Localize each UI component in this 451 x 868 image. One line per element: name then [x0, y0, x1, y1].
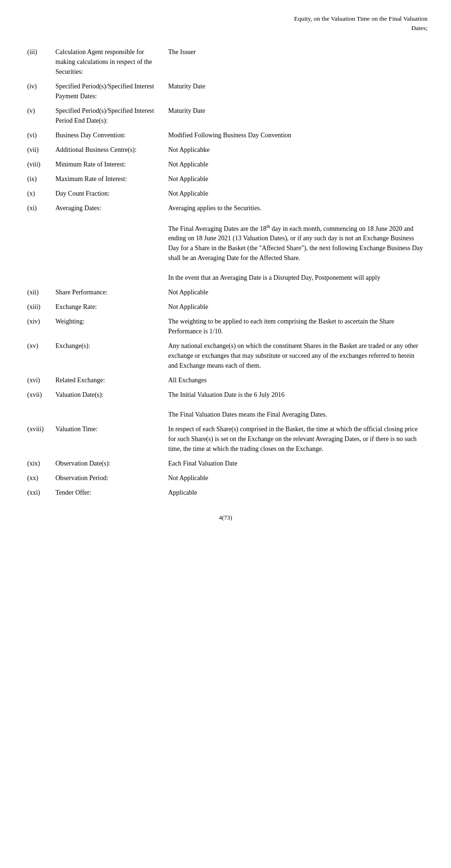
header-line1: Equity, on the Valuation Time on the Fin… [294, 15, 428, 22]
table-row: (xiii)Exchange Rate:Not Applicable [23, 300, 428, 314]
row-label: Specified Period(s)/Specified Interest P… [52, 103, 164, 128]
row-number: (v) [23, 103, 52, 128]
row-value: Not Applicable [164, 285, 428, 300]
header-line2: Dates; [412, 24, 428, 32]
row-number: (xviii) [23, 422, 52, 456]
table-row: (xii)Share Performance:Not Applicable [23, 285, 428, 300]
row-value: Not Applicable [164, 157, 428, 172]
row-label: Observation Period: [52, 471, 164, 485]
row-number: (xi) [23, 201, 52, 285]
footer-text: 4(73) [219, 514, 232, 521]
row-value: Applicable [164, 485, 428, 500]
row-label: Business Day Convention: [52, 128, 164, 142]
table-row: (xvi)Related Exchange:All Exchanges [23, 373, 428, 387]
row-value: Any national exchange(s) on which the co… [164, 339, 428, 373]
table-row: (x)Day Count Fraction:Not Applicable [23, 186, 428, 201]
table-row: (ix)Maximum Rate of Interest:Not Applica… [23, 172, 428, 186]
table-row: (v)Specified Period(s)/Specified Interes… [23, 103, 428, 128]
row-label: Related Exchange: [52, 373, 164, 387]
row-number: (ix) [23, 172, 52, 186]
row-label: Specified Period(s)/Specified Interest P… [52, 79, 164, 103]
table-row: (viii)Minimum Rate of Interest:Not Appli… [23, 157, 428, 172]
row-label: Minimum Rate of Interest: [52, 157, 164, 172]
row-label: Day Count Fraction: [52, 186, 164, 201]
table-row: (xviii)Valuation Time:In respect of each… [23, 422, 428, 456]
row-label: Valuation Date(s): [52, 387, 164, 422]
row-value: Not Applicabke [164, 142, 428, 157]
table-row: (xxi)Tender Offer:Applicable [23, 485, 428, 500]
row-value: Maturity Date [164, 103, 428, 128]
row-value: The weighting to be applied to each item… [164, 314, 428, 339]
table-row: (xix)Observation Date(s):Each Final Valu… [23, 456, 428, 471]
table-row: (xvii)Valuation Date(s):The Initial Valu… [23, 387, 428, 422]
row-label: Valuation Time: [52, 422, 164, 456]
row-label: Exchange Rate: [52, 300, 164, 314]
row-number: (vii) [23, 142, 52, 157]
table-row: (xv)Exchange(s):Any national exchange(s)… [23, 339, 428, 373]
row-value: In respect of each Share(s) comprised in… [164, 422, 428, 456]
row-value: Modified Following Business Day Conventi… [164, 128, 428, 142]
table-row: (vii)Additional Business Centre(s):Not A… [23, 142, 428, 157]
row-label: Averaging Dates: [52, 201, 164, 285]
row-value: Each Final Valuation Date [164, 456, 428, 471]
row-number: (viii) [23, 157, 52, 172]
row-number: (xiii) [23, 300, 52, 314]
row-number: (xvii) [23, 387, 52, 422]
table-row: (iv)Specified Period(s)/Specified Intere… [23, 79, 428, 103]
row-value: All Exchanges [164, 373, 428, 387]
row-label: Tender Offer: [52, 485, 164, 500]
row-number: (iv) [23, 79, 52, 103]
table-row: (xiv)Weighting:The weighting to be appli… [23, 314, 428, 339]
page-header: Equity, on the Valuation Time on the Fin… [23, 14, 428, 33]
row-label: Exchange(s): [52, 339, 164, 373]
table-row: (xx)Observation Period:Not Applicable [23, 471, 428, 485]
content-table: (iii)Calculation Agent responsible for m… [23, 45, 428, 500]
row-number: (xv) [23, 339, 52, 373]
row-value: Not Applicable [164, 186, 428, 201]
row-number: (iii) [23, 45, 52, 79]
row-number: (x) [23, 186, 52, 201]
page-footer: 4(73) [23, 514, 428, 521]
row-number: (xii) [23, 285, 52, 300]
row-label: Maximum Rate of Interest: [52, 172, 164, 186]
row-number: (xix) [23, 456, 52, 471]
row-value: Maturity Date [164, 79, 428, 103]
row-value: The Issuer [164, 45, 428, 79]
row-label: Weighting: [52, 314, 164, 339]
table-row: (iii)Calculation Agent responsible for m… [23, 45, 428, 79]
row-value: Not Applicable [164, 300, 428, 314]
table-row: (xi)Averaging Dates:Averaging applies to… [23, 201, 428, 285]
row-value: Not Applicable [164, 471, 428, 485]
row-number: (vi) [23, 128, 52, 142]
row-number: (xvi) [23, 373, 52, 387]
row-label: Additional Business Centre(s): [52, 142, 164, 157]
table-row: (vi)Business Day Convention:Modified Fol… [23, 128, 428, 142]
row-label: Share Performance: [52, 285, 164, 300]
row-value: Not Applicable [164, 172, 428, 186]
row-label: Observation Date(s): [52, 456, 164, 471]
row-number: (xxi) [23, 485, 52, 500]
row-value: The Initial Valuation Date is the 6 July… [164, 387, 428, 422]
row-number: (xiv) [23, 314, 52, 339]
row-value: Averaging applies to the Securities.The … [164, 201, 428, 285]
row-label: Calculation Agent responsible for making… [52, 45, 164, 79]
row-number: (xx) [23, 471, 52, 485]
